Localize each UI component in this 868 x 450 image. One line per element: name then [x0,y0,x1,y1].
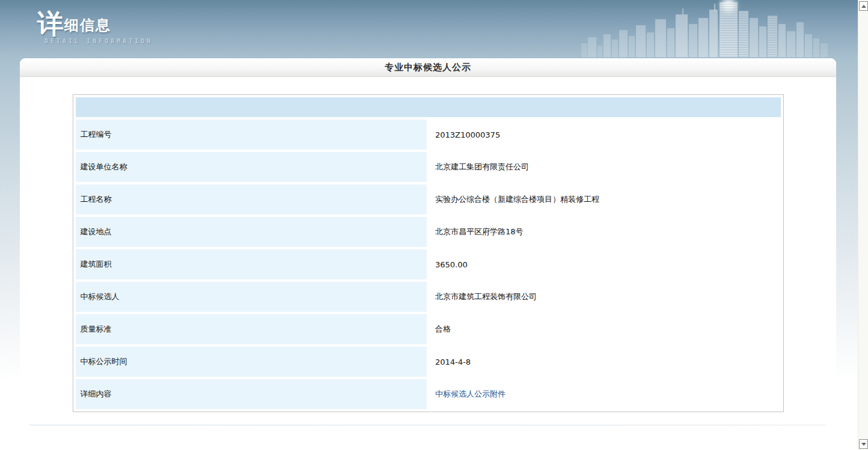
scroll-up-button[interactable] [859,1,868,11]
table-row: 建设地点北京市昌平区府学路18号 [76,217,781,247]
table-row: 建设单位名称北京建工集团有限责任公司 [76,152,781,182]
row-label: 中标候选人 [76,282,427,312]
attachment-link[interactable]: 中标候选人公示附件 [435,389,506,398]
table-header-row [76,97,781,117]
logo-subtitle: DETAIL INFORMATION [44,38,153,44]
scroll-down-icon [861,443,866,446]
row-label: 工程编号 [76,120,427,150]
row-label: 中标公示时间 [76,347,427,377]
row-value: 2013Z10000375 [429,120,781,150]
page-title: 专业中标候选人公示 [385,62,471,73]
page-header: 详细信息 DETAIL INFORMATION [0,0,858,57]
detail-table-body: 工程编号2013Z10000375建设单位名称北京建工集团有限责任公司工程名称实… [76,97,781,409]
panel-body: 工程编号2013Z10000375建设单位名称北京建工集团有限责任公司工程名称实… [20,94,836,425]
scroll-down-button[interactable] [859,439,868,449]
row-value: 合格 [429,314,781,344]
page-background: 详细信息 DETAIL INFORMATION [0,0,858,450]
row-label: 建筑面积 [76,249,427,279]
table-row: 中标候选人北京市建筑工程装饰有限公司 [76,282,781,312]
city-skyline-image [581,0,834,57]
row-value: 实验办公综合楼（新建综合楼项目）精装修工程 [429,184,781,214]
page-title-bar: 专业中标候选人公示 [20,58,836,77]
row-label: 建设地点 [76,217,427,247]
vertical-scrollbar[interactable] [858,0,868,450]
logo-rest-chars: 细信息 [64,17,111,34]
detail-table: 工程编号2013Z10000375建设单位名称北京建工集团有限责任公司工程名称实… [73,94,784,412]
row-value: 中标候选人公示附件 [429,379,781,409]
row-value: 北京建工集团有限责任公司 [429,152,781,182]
table-row: 质量标准合格 [76,314,781,344]
row-label: 质量标准 [76,314,427,344]
row-label: 建设单位名称 [76,152,427,182]
row-value: 北京市建筑工程装饰有限公司 [429,282,781,312]
row-label: 详细内容 [76,379,427,409]
table-header-band [76,97,781,117]
table-row: 建筑面积3650.00 [76,249,781,279]
footer-divider [29,425,826,425]
table-row: 中标公示时间2014-4-8 [76,347,781,377]
row-value: 北京市昌平区府学路18号 [429,217,781,247]
content-panel: 专业中标候选人公示 工程编号2013Z10000375建设单位名称北京建工集团有… [20,58,836,450]
table-row: 工程名称实验办公综合楼（新建综合楼项目）精装修工程 [76,184,781,214]
table-row: 工程编号2013Z10000375 [76,120,781,150]
row-value: 2014-4-8 [429,347,781,377]
logo-main-char: 详 [37,8,64,39]
table-row: 详细内容中标候选人公示附件 [76,379,781,409]
site-logo: 详细信息 DETAIL INFORMATION [37,11,153,44]
scroll-up-icon [861,5,866,8]
row-label: 工程名称 [76,184,427,214]
row-value: 3650.00 [429,249,781,279]
